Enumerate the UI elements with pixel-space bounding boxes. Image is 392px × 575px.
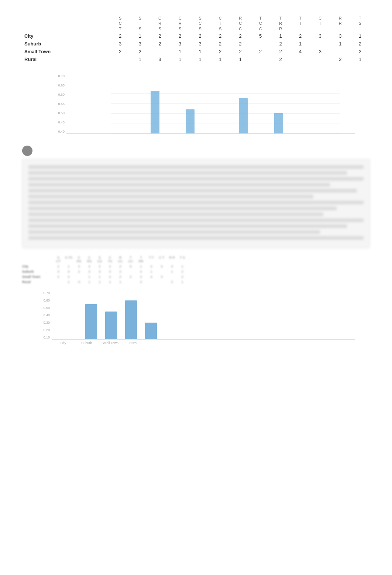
blurred-cell-1-1: 3	[65, 270, 72, 273]
row-label-1: Suburb	[22, 40, 110, 48]
col-header-0: SCT	[110, 15, 130, 32]
grid-line	[111, 113, 340, 114]
bar-2	[151, 91, 159, 133]
y-axis-label: 0.55	[48, 102, 65, 106]
bar2-x-label-6	[192, 341, 215, 345]
bar2-group-0	[81, 304, 101, 339]
bar-group-2	[146, 91, 164, 133]
bar2-x-label-7	[215, 341, 238, 345]
blurred-row-9	[28, 218, 364, 222]
blurred-cell-0-6: 2	[117, 265, 124, 268]
bar2-x-label-3: Rural	[122, 341, 145, 345]
bar2-x-label-12	[332, 341, 355, 345]
blurred-col-header: R R	[168, 256, 176, 263]
blurred-cell-2-8: 2	[137, 275, 145, 279]
bar2-x-label-9	[262, 341, 285, 345]
col-header-1: STS	[130, 15, 150, 32]
blurred-row-label-0: City	[22, 265, 52, 268]
blurred-cell-3-3: 1	[86, 280, 93, 284]
bar2-x-label-8	[238, 341, 262, 345]
bar2-0	[85, 304, 97, 339]
col-header-5: CTS	[210, 15, 230, 32]
blurred-cell-1-11: 1	[168, 270, 176, 273]
cell-3-6: 1	[230, 55, 251, 63]
blurred-row-3	[28, 183, 330, 187]
bar2-3	[145, 323, 157, 339]
blurred-cell-3-6: 1	[117, 280, 124, 284]
grid-line	[111, 93, 340, 94]
bar2-x-label-5	[168, 341, 192, 345]
chart2-baseline	[52, 339, 355, 340]
blurred-col-header: T RR	[137, 256, 145, 263]
grid-line	[111, 74, 340, 74]
blurred-cell-0-0: 2	[55, 265, 62, 268]
chart2-y-label: 0.10	[30, 336, 50, 339]
row-label-0: City	[22, 32, 110, 40]
cell-0-0: 2	[110, 32, 130, 40]
table-row-1: Suburb33233222112	[22, 40, 370, 48]
blurred-table-row-3: Rural131111221	[22, 280, 370, 284]
cell-0-9: 2	[290, 32, 310, 40]
blurred-table2: S CTS TSC RSC RSS CSC TSR CCT CCT RRT TC…	[22, 256, 370, 284]
chart2-y-label: 0.50	[30, 306, 50, 310]
blurred-header-nums: S CTS TSC RSC RSS CSC TSR CCT CCT RRT TC…	[55, 256, 370, 263]
chart2-y-label: 0.20	[30, 328, 50, 332]
bar2-1	[105, 312, 117, 339]
blurred-cell-3-10	[158, 280, 165, 284]
table-header-row: SCTSTSCRSCRSSCSCTSRCCTCCTRRTT CT RR TS	[22, 15, 370, 32]
cell-3-5: 1	[210, 55, 230, 63]
cell-1-11: 1	[330, 40, 351, 48]
blurred-col-header: T T	[148, 256, 155, 263]
chart1-bars	[111, 74, 340, 133]
blurred-row-nums-3: 131111221	[55, 280, 370, 284]
blurred-table-header: S CTS TSC RSC RSS CSC TSR CCT CCT RRT TC…	[22, 256, 370, 263]
chart1-baseline	[66, 133, 355, 134]
blurred-table-row-1: Suburb33233222112	[22, 270, 370, 273]
chart2-y-axis: 0.700.600.500.400.300.200.10	[30, 291, 50, 339]
col-header-2: CRS	[150, 15, 170, 32]
bar-7	[239, 98, 248, 133]
chart2-y-label: 0.60	[30, 299, 50, 302]
blurred-cell-1-5: 2	[106, 270, 114, 273]
cell-2-4: 1	[190, 48, 210, 55]
cell-0-10: 3	[310, 32, 330, 40]
bar-9	[274, 113, 283, 133]
blurred-col-header: T S	[179, 256, 186, 263]
cell-0-11: 3	[330, 32, 351, 40]
blurred-cell-3-12: 1	[179, 280, 186, 284]
cell-0-2: 2	[150, 32, 170, 40]
cell-1-9: 1	[290, 40, 310, 48]
row-label-3: Rural	[22, 55, 110, 63]
table-row-0: City2122222512331	[22, 32, 370, 40]
grid-line	[111, 84, 340, 84]
blurred-col-header: S TS	[65, 256, 72, 263]
blurred-content	[22, 159, 370, 248]
chart2-section: 0.700.600.500.400.300.200.10 CitySuburbS…	[22, 291, 370, 345]
cell-0-4: 2	[190, 32, 210, 40]
col-header-9: TT	[290, 15, 310, 32]
cell-0-5: 2	[210, 32, 230, 40]
blurred-cell-1-0: 3	[55, 270, 62, 273]
grid-line	[111, 103, 340, 104]
blurred-cell-0-8: 1	[137, 265, 145, 268]
blurred-cell-0-7: 5	[127, 265, 134, 268]
bar-group-4	[181, 109, 199, 133]
cell-3-2: 3	[150, 55, 170, 63]
section-icon	[22, 146, 32, 156]
data-table: SCTSTSCRSCRSSCSCTSRCCTCCTRRTT CT RR TS C…	[22, 15, 370, 63]
bar2-x-label-4	[145, 341, 168, 345]
cell-1-2: 2	[150, 40, 170, 48]
blurred-row-7	[28, 207, 337, 210]
cell-0-12: 1	[350, 32, 370, 40]
bar2-x-label-0: City	[52, 341, 75, 345]
blurred-cell-2-1: 2	[65, 275, 72, 279]
cell-3-12: 1	[350, 55, 370, 63]
cell-1-10	[310, 40, 330, 48]
cell-2-2	[150, 48, 170, 55]
table-row-3: Rural131111221	[22, 55, 370, 63]
blurred-cell-1-8: 2	[137, 270, 145, 273]
blurred-cell-3-5: 1	[106, 280, 114, 284]
blurred-row-8	[28, 212, 323, 216]
blurred-row-nums-2: 22112222432	[55, 275, 370, 279]
cell-1-4: 3	[190, 40, 210, 48]
